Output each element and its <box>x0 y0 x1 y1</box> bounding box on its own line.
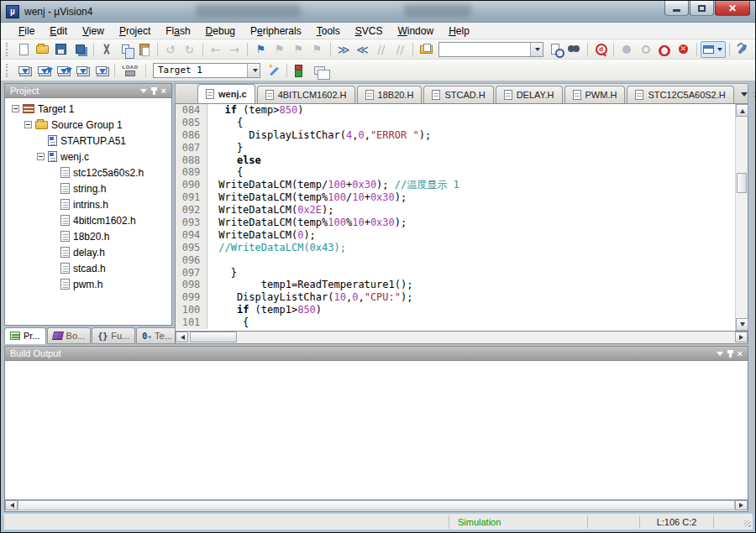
build-output-scrollbar[interactable] <box>4 500 748 512</box>
panel-tab-functions[interactable]: {}Fu... <box>92 327 135 344</box>
tree-item-wenj-c[interactable]: wenj.c <box>5 149 171 165</box>
tree-item-4bitlcm1602-h[interactable]: 4bitlcm1602.h <box>5 212 171 228</box>
toolbar-grip[interactable] <box>6 43 10 56</box>
dropdown-button[interactable] <box>247 64 260 77</box>
editor-tab-stc12c5a60s2-h[interactable]: STC12C5A60S2.H <box>627 86 733 103</box>
tree-expander-icon[interactable] <box>24 121 32 128</box>
code-line[interactable]: 088 else <box>176 154 735 167</box>
build-output-content[interactable] <box>4 361 748 500</box>
tree-item-stc12c5a60s2-h[interactable]: stc12c5a60s2.h <box>5 165 171 180</box>
scroll-right-button[interactable] <box>735 500 748 510</box>
editor-tab-wenj-c[interactable]: wenj.c <box>197 84 255 103</box>
rebuild-button[interactable] <box>53 62 72 79</box>
find-button[interactable] <box>564 41 583 58</box>
pin-icon[interactable] <box>729 350 732 358</box>
editor-horizontal-scrollbar[interactable] <box>175 332 748 344</box>
code-line[interactable]: 084 if (temp>850) <box>176 104 735 117</box>
resize-grip[interactable] <box>739 515 753 529</box>
code-line[interactable]: 095 //WriteDataLCM(0x43); <box>176 242 735 254</box>
unindent-button[interactable]: ≪ <box>353 41 371 58</box>
title-bar[interactable]: µ wenj - µVision4 ✕ <box>1 1 755 23</box>
tree-item-source-group-1[interactable]: Source Group 1 <box>5 117 171 133</box>
navigate-back-button[interactable]: ← <box>206 41 224 58</box>
tree-item-stcad-h[interactable]: stcad.h <box>5 260 171 276</box>
menu-debug[interactable]: Debug <box>198 24 243 39</box>
code-line[interactable]: 101 { <box>176 316 735 329</box>
menu-flash[interactable]: Flash <box>158 24 197 39</box>
editor-tab-18b20-h[interactable]: 18B20.H <box>357 86 423 103</box>
kill-all-breakpoints-button[interactable]: ✕ <box>674 41 692 58</box>
navigate-forward-button[interactable]: → <box>225 41 244 58</box>
menu-svcs[interactable]: SVCS <box>348 24 391 39</box>
hscroll-thumb[interactable] <box>18 500 735 510</box>
scroll-left-button[interactable] <box>5 500 18 510</box>
target-select-combobox[interactable]: Target 1 <box>153 63 260 78</box>
tree-item-string-h[interactable]: string.h <box>5 180 171 196</box>
menu-edit[interactable]: Edit <box>42 24 75 39</box>
code-line[interactable]: 090 WriteDataLCM(temp/100+0x30); //温度显示 … <box>176 179 735 191</box>
editor-tab-4bitlcm1602-h[interactable]: 4BITLCM1602.H <box>257 86 355 103</box>
tree-expander-icon[interactable] <box>12 105 19 112</box>
toggle-bookmark-button[interactable]: ⚑ <box>251 41 270 58</box>
hscroll-track[interactable] <box>18 500 735 511</box>
search-combobox[interactable] <box>438 42 543 57</box>
clear-bookmarks-button[interactable]: ⚑ <box>307 41 326 58</box>
code-line[interactable]: 100 if (temp1>850) <box>176 304 735 316</box>
panel-close-icon[interactable]: × <box>161 86 166 96</box>
code-line[interactable]: 092 WriteDataLCM(0x2E); <box>176 204 735 217</box>
debug-windows-button[interactable] <box>701 41 726 58</box>
translate-file-button[interactable] <box>14 62 34 79</box>
code-line[interactable]: 097 } <box>176 267 735 280</box>
menu-project[interactable]: Project <box>112 24 158 39</box>
tree-item-target-1[interactable]: Target 1 <box>5 101 171 117</box>
incremental-find-button[interactable] <box>591 41 610 58</box>
save-all-button[interactable] <box>71 41 89 58</box>
panel-menu-icon[interactable] <box>717 352 723 359</box>
code-line[interactable]: 087 } <box>176 142 735 154</box>
next-bookmark-button[interactable]: ⚑ <box>289 41 307 58</box>
dropdown-button[interactable] <box>530 43 543 56</box>
code-line[interactable]: 099 DisplayListChar(10,0,"CPU:"); <box>176 291 735 304</box>
prev-bookmark-button[interactable]: ⚑ <box>270 41 289 58</box>
open-file-button[interactable] <box>33 41 51 58</box>
panel-tab-books[interactable]: Bo... <box>47 327 92 344</box>
find-in-files-button[interactable] <box>417 41 435 58</box>
toolbar-grip[interactable] <box>6 64 10 77</box>
scroll-left-button[interactable] <box>176 332 188 342</box>
tree-item-18b20-h[interactable]: 18b20.h <box>5 228 171 244</box>
options-for-target-button[interactable] <box>264 62 283 79</box>
kill-breakpoint-button[interactable] <box>655 41 674 58</box>
indent-button[interactable]: ≫ <box>334 41 353 58</box>
save-button[interactable] <box>52 41 71 58</box>
menu-peripherals[interactable]: Peripherals <box>243 24 309 39</box>
stop-build-button[interactable] <box>92 62 111 79</box>
disable-breakpoint-button[interactable] <box>636 41 654 58</box>
scroll-down-button[interactable] <box>736 318 748 331</box>
panel-tab-templates[interactable]: 0Te... <box>136 327 178 344</box>
cut-button[interactable] <box>97 41 116 58</box>
lookup-word-button[interactable] <box>546 41 564 58</box>
panel-close-icon[interactable]: × <box>738 349 743 358</box>
batch-build-button[interactable] <box>72 62 92 79</box>
undo-button[interactable]: ↺ <box>161 41 180 58</box>
vscroll-track[interactable] <box>736 117 748 318</box>
panel-menu-icon[interactable] <box>140 89 147 97</box>
menu-tools[interactable]: Tools <box>309 24 348 39</box>
download-to-flash-button[interactable]: LOAD <box>118 61 142 80</box>
build-button[interactable] <box>34 62 53 79</box>
code-line[interactable]: 086 DisplayListChar(4,0,"ERROR "); <box>176 129 735 142</box>
code-line[interactable]: 089 { <box>176 166 735 179</box>
code-line[interactable]: 093 WriteDataLCM(temp%100%10+0x30); <box>176 217 735 229</box>
menu-help[interactable]: Help <box>441 24 477 39</box>
tree-expander-icon[interactable] <box>37 153 45 160</box>
tab-list-icon[interactable] <box>741 92 748 100</box>
manage-components-button[interactable] <box>291 62 310 79</box>
editor-tab-stcad-h[interactable]: STCAD.H <box>423 86 493 103</box>
hscroll-track[interactable] <box>188 332 735 343</box>
project-workspace-button[interactable] <box>310 62 329 79</box>
code-line[interactable]: 096 <box>176 254 735 267</box>
tree-item-delay-h[interactable]: delay.h <box>5 244 171 260</box>
scroll-up-button[interactable] <box>736 104 748 117</box>
tree-item-pwm-h[interactable]: pwm.h <box>5 276 171 292</box>
uncomment-button[interactable]: ∕∕ <box>391 41 409 58</box>
